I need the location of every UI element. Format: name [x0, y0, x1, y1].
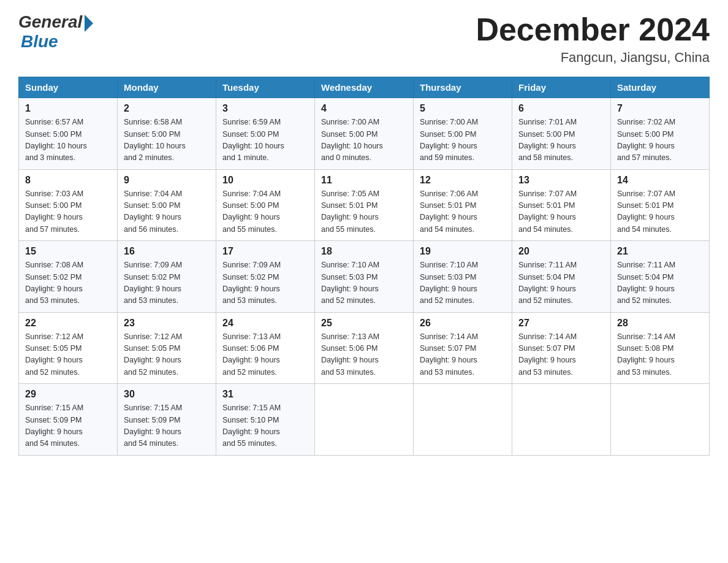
day-number: 4 [321, 103, 407, 114]
day-number: 25 [321, 318, 407, 329]
calendar-cell: 3Sunrise: 6:59 AMSunset: 5:00 PMDaylight… [216, 98, 315, 170]
calendar-cell: 31Sunrise: 7:15 AMSunset: 5:10 PMDayligh… [216, 384, 315, 456]
day-number: 24 [222, 318, 308, 329]
header-wednesday: Wednesday [315, 77, 414, 98]
day-number: 11 [321, 175, 407, 186]
day-number: 19 [420, 246, 506, 257]
day-info: Sunrise: 7:11 AMSunset: 5:04 PMDaylight:… [518, 259, 604, 307]
day-info: Sunrise: 7:02 AMSunset: 5:00 PMDaylight:… [617, 117, 703, 164]
calendar-cell [315, 384, 414, 456]
day-number: 7 [617, 103, 703, 114]
day-number: 21 [617, 246, 703, 257]
calendar-table: SundayMondayTuesdayWednesdayThursdayFrid… [18, 77, 710, 456]
day-info: Sunrise: 7:12 AMSunset: 5:05 PMDaylight:… [25, 331, 111, 379]
logo-blue-text: Blue [21, 32, 58, 51]
calendar-cell: 13Sunrise: 7:07 AMSunset: 5:01 PMDayligh… [512, 169, 611, 241]
calendar-cell [611, 384, 710, 456]
day-info: Sunrise: 7:13 AMSunset: 5:06 PMDaylight:… [222, 331, 308, 379]
calendar-cell: 23Sunrise: 7:12 AMSunset: 5:05 PMDayligh… [118, 312, 216, 384]
calendar-cell: 7Sunrise: 7:02 AMSunset: 5:00 PMDaylight… [611, 98, 710, 170]
header-saturday: Saturday [611, 77, 710, 98]
day-number: 28 [617, 318, 703, 329]
day-info: Sunrise: 7:11 AMSunset: 5:04 PMDaylight:… [617, 259, 703, 307]
day-info: Sunrise: 7:15 AMSunset: 5:09 PMDaylight:… [25, 402, 111, 450]
day-info: Sunrise: 7:15 AMSunset: 5:09 PMDaylight:… [124, 402, 210, 450]
calendar-week-row: 15Sunrise: 7:08 AMSunset: 5:02 PMDayligh… [19, 241, 710, 313]
day-number: 13 [518, 175, 604, 186]
calendar-week-row: 22Sunrise: 7:12 AMSunset: 5:05 PMDayligh… [19, 312, 710, 384]
calendar-cell: 24Sunrise: 7:13 AMSunset: 5:06 PMDayligh… [216, 312, 315, 384]
header-tuesday: Tuesday [216, 77, 315, 98]
day-info: Sunrise: 6:58 AMSunset: 5:00 PMDaylight:… [124, 117, 210, 164]
day-info: Sunrise: 7:12 AMSunset: 5:05 PMDaylight:… [124, 331, 210, 379]
day-number: 8 [25, 175, 111, 186]
calendar-cell: 14Sunrise: 7:07 AMSunset: 5:01 PMDayligh… [611, 169, 710, 241]
calendar-cell: 29Sunrise: 7:15 AMSunset: 5:09 PMDayligh… [19, 384, 118, 456]
calendar-cell: 18Sunrise: 7:10 AMSunset: 5:03 PMDayligh… [315, 241, 414, 313]
logo: General Blue [18, 12, 93, 52]
calendar-cell: 30Sunrise: 7:15 AMSunset: 5:09 PMDayligh… [118, 384, 216, 456]
day-number: 2 [124, 103, 210, 114]
day-info: Sunrise: 7:10 AMSunset: 5:03 PMDaylight:… [420, 259, 506, 307]
header-friday: Friday [512, 77, 611, 98]
day-number: 18 [321, 246, 407, 257]
calendar-cell: 2Sunrise: 6:58 AMSunset: 5:00 PMDaylight… [118, 98, 216, 170]
page-header: General Blue December 2024 Fangcun, Jian… [18, 12, 710, 66]
calendar-title: December 2024 [476, 12, 710, 47]
day-number: 9 [124, 175, 210, 186]
day-number: 31 [222, 389, 308, 400]
calendar-cell: 5Sunrise: 7:00 AMSunset: 5:00 PMDaylight… [414, 98, 512, 170]
day-number: 1 [25, 103, 111, 114]
calendar-cell: 8Sunrise: 7:03 AMSunset: 5:00 PMDaylight… [19, 169, 118, 241]
calendar-cell: 20Sunrise: 7:11 AMSunset: 5:04 PMDayligh… [512, 241, 611, 313]
calendar-cell: 17Sunrise: 7:09 AMSunset: 5:02 PMDayligh… [216, 241, 315, 313]
day-info: Sunrise: 6:59 AMSunset: 5:00 PMDaylight:… [222, 117, 308, 164]
logo-arrow-icon [85, 15, 93, 32]
header-thursday: Thursday [414, 77, 512, 98]
title-block: December 2024 Fangcun, Jiangsu, China [476, 12, 710, 66]
calendar-cell [414, 384, 512, 456]
calendar-cell: 16Sunrise: 7:09 AMSunset: 5:02 PMDayligh… [118, 241, 216, 313]
day-info: Sunrise: 7:04 AMSunset: 5:00 PMDaylight:… [222, 188, 308, 236]
day-info: Sunrise: 7:00 AMSunset: 5:00 PMDaylight:… [321, 117, 407, 164]
day-number: 22 [25, 318, 111, 329]
calendar-cell: 11Sunrise: 7:05 AMSunset: 5:01 PMDayligh… [315, 169, 414, 241]
day-number: 29 [25, 389, 111, 400]
day-number: 30 [124, 389, 210, 400]
calendar-cell: 10Sunrise: 7:04 AMSunset: 5:00 PMDayligh… [216, 169, 315, 241]
day-info: Sunrise: 7:07 AMSunset: 5:01 PMDaylight:… [617, 188, 703, 236]
day-number: 5 [420, 103, 506, 114]
day-info: Sunrise: 7:09 AMSunset: 5:02 PMDaylight:… [222, 259, 308, 307]
calendar-cell: 4Sunrise: 7:00 AMSunset: 5:00 PMDaylight… [315, 98, 414, 170]
logo-general-text: General [18, 12, 82, 32]
day-number: 16 [124, 246, 210, 257]
day-info: Sunrise: 7:15 AMSunset: 5:10 PMDaylight:… [222, 402, 308, 450]
day-info: Sunrise: 7:00 AMSunset: 5:00 PMDaylight:… [420, 117, 506, 164]
day-info: Sunrise: 7:04 AMSunset: 5:00 PMDaylight:… [124, 188, 210, 236]
calendar-cell: 21Sunrise: 7:11 AMSunset: 5:04 PMDayligh… [611, 241, 710, 313]
calendar-subtitle: Fangcun, Jiangsu, China [476, 50, 710, 66]
calendar-cell: 12Sunrise: 7:06 AMSunset: 5:01 PMDayligh… [414, 169, 512, 241]
day-number: 12 [420, 175, 506, 186]
calendar-cell: 15Sunrise: 7:08 AMSunset: 5:02 PMDayligh… [19, 241, 118, 313]
day-number: 17 [222, 246, 308, 257]
calendar-week-row: 1Sunrise: 6:57 AMSunset: 5:00 PMDaylight… [19, 98, 710, 170]
header-sunday: Sunday [19, 77, 118, 98]
day-info: Sunrise: 7:08 AMSunset: 5:02 PMDaylight:… [25, 259, 111, 307]
calendar-cell: 28Sunrise: 7:14 AMSunset: 5:08 PMDayligh… [611, 312, 710, 384]
calendar-week-row: 8Sunrise: 7:03 AMSunset: 5:00 PMDaylight… [19, 169, 710, 241]
day-number: 26 [420, 318, 506, 329]
calendar-cell: 6Sunrise: 7:01 AMSunset: 5:00 PMDaylight… [512, 98, 611, 170]
day-info: Sunrise: 6:57 AMSunset: 5:00 PMDaylight:… [25, 117, 111, 164]
day-number: 6 [518, 103, 604, 114]
day-info: Sunrise: 7:03 AMSunset: 5:00 PMDaylight:… [25, 188, 111, 236]
day-number: 15 [25, 246, 111, 257]
day-info: Sunrise: 7:14 AMSunset: 5:07 PMDaylight:… [518, 331, 604, 379]
day-number: 20 [518, 246, 604, 257]
calendar-cell: 9Sunrise: 7:04 AMSunset: 5:00 PMDaylight… [118, 169, 216, 241]
day-number: 14 [617, 175, 703, 186]
day-info: Sunrise: 7:05 AMSunset: 5:01 PMDaylight:… [321, 188, 407, 236]
calendar-week-row: 29Sunrise: 7:15 AMSunset: 5:09 PMDayligh… [19, 384, 710, 456]
day-info: Sunrise: 7:14 AMSunset: 5:08 PMDaylight:… [617, 331, 703, 379]
calendar-cell: 26Sunrise: 7:14 AMSunset: 5:07 PMDayligh… [414, 312, 512, 384]
